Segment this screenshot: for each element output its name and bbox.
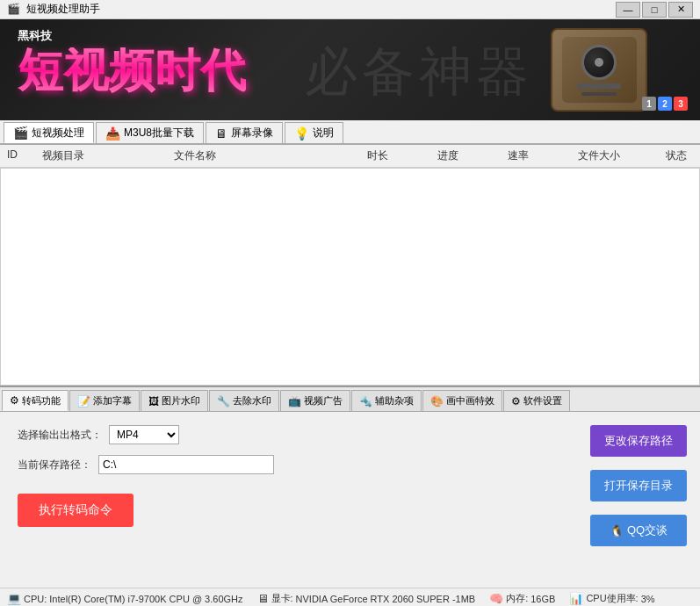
tab-settings-label: 软件设置 — [523, 394, 562, 408]
col-speed: 速率 — [508, 148, 578, 163]
banner-subtitle: 黑科技 — [18, 28, 246, 44]
close-button[interactable]: ✕ — [668, 2, 693, 18]
tab-video-ad[interactable]: 📺 视频广告 — [280, 390, 350, 411]
video-process-icon: 🎬 — [13, 126, 28, 140]
content-right: 更改保存路径 打开保存目录 🐧 QQ交谈 — [577, 412, 700, 588]
tab-remove-watermark[interactable]: 🔧 去除水印 — [209, 390, 279, 411]
bottom-panel: ⚙ 转码功能 📝 添加字幕 🖼 图片水印 🔧 去除水印 📺 视频广告 🔩 辅助杂… — [0, 386, 700, 588]
output-format-label: 选择输出出格式： — [18, 428, 102, 443]
minimize-button[interactable]: — — [616, 2, 640, 18]
video-ad-icon: 📺 — [288, 395, 301, 408]
settings-icon: ⚙ — [511, 395, 521, 408]
col-id: ID — [7, 148, 42, 163]
tab-image-watermark[interactable]: 🖼 图片水印 — [141, 390, 208, 411]
radio-circle-inner — [595, 58, 603, 67]
table-header: ID 视频目录 文件名称 时长 进度 速率 文件大小 状态 — [0, 145, 700, 168]
col-progress: 进度 — [437, 148, 508, 163]
title-bar-text: 短视频处理助手 — [26, 2, 616, 17]
col-video-dir: 视频目录 — [42, 148, 174, 163]
banner-radio-image — [551, 28, 647, 112]
cpu-icon: 💻 — [7, 592, 21, 605]
banner-num-1: 1 — [642, 97, 656, 111]
tab-add-subtitle-label: 添加字幕 — [93, 394, 132, 408]
maximize-button[interactable]: □ — [642, 2, 667, 18]
tab-row-2: ⚙ 转码功能 📝 添加字幕 🖼 图片水印 🔧 去除水印 📺 视频广告 🔩 辅助杂… — [0, 387, 700, 412]
app-icon: 🎬 — [7, 3, 21, 17]
tab-instructions-label: 说明 — [313, 126, 334, 141]
radio-circle — [581, 45, 617, 80]
tab-transcode[interactable]: ⚙ 转码功能 — [2, 390, 69, 411]
banner: 必备神器 黑科技 短视频时代 1 2 3 — [0, 19, 700, 120]
tab-screen-record-label: 屏幕录像 — [231, 126, 273, 141]
tab-instructions[interactable]: 💡 说明 — [285, 122, 343, 143]
cpu-usage-label: CPU使用率: — [586, 592, 638, 605]
tab-aux[interactable]: 🔩 辅助杂项 — [351, 390, 422, 411]
execute-transcode-button[interactable]: 执行转码命令 — [18, 494, 134, 527]
tab-add-subtitle[interactable]: 📝 添加字幕 — [69, 390, 140, 411]
m3u8-icon: 📥 — [105, 126, 120, 141]
tab-video-ad-label: 视频广告 — [304, 394, 343, 408]
tab-image-watermark-label: 图片水印 — [162, 394, 200, 408]
qq-icon: 🐧 — [610, 524, 624, 537]
table-area — [0, 168, 700, 386]
cpu-label: CPU: — [24, 594, 47, 604]
cpu-usage-value: 3% — [641, 594, 655, 604]
add-subtitle-icon: 📝 — [77, 395, 90, 408]
radio-inner — [562, 37, 637, 103]
tab-video-process-label: 短视频处理 — [32, 126, 84, 141]
mem-status: 🧠 内存: 16GB — [489, 592, 555, 605]
qq-chat-button[interactable]: 🐧 QQ交谈 — [590, 515, 687, 546]
instructions-icon: 💡 — [294, 126, 309, 141]
remove-watermark-icon: 🔧 — [217, 395, 230, 408]
tab-screen-record[interactable]: 🖥 屏幕录像 — [206, 122, 283, 143]
cpu-status: 💻 CPU: Intel(R) Core(TM) i7-9700K CPU @ … — [7, 592, 243, 605]
mem-icon: 🧠 — [489, 592, 503, 605]
change-save-path-button[interactable]: 更改保存路径 — [590, 425, 687, 457]
aux-icon: 🔩 — [359, 395, 372, 408]
col-duration: 时长 — [367, 148, 437, 163]
tab-pip[interactable]: 🎨 画中画特效 — [422, 390, 502, 411]
tab-aux-label: 辅助杂项 — [375, 394, 414, 408]
gpu-icon: 🖥 — [257, 592, 269, 605]
mem-value: 16GB — [530, 594, 555, 604]
col-status: 状态 — [666, 148, 693, 163]
content-area: 选择输出出格式： MP4 AVI MKV MOV FLV WMV 当前保存路径：… — [0, 412, 700, 588]
save-path-label: 当前保存路径： — [18, 458, 91, 473]
cpu-usage-status: 📊 CPU使用率: 3% — [569, 592, 654, 605]
pip-icon: 🎨 — [430, 395, 444, 408]
output-format-row: 选择输出出格式： MP4 AVI MKV MOV FLV WMV — [18, 425, 559, 444]
gpu-value: NVIDIA GeForce RTX 2060 SUPER -1MB — [296, 594, 476, 604]
tab-m3u8-batch[interactable]: 📥 M3U8批量下载 — [96, 122, 204, 143]
qq-chat-label: QQ交谈 — [627, 523, 668, 538]
gpu-label: 显卡: — [271, 592, 293, 605]
banner-numbers: 1 2 3 — [642, 97, 688, 111]
tab-pip-label: 画中画特效 — [446, 394, 494, 408]
gpu-status: 🖥 显卡: NVIDIA GeForce RTX 2060 SUPER -1MB — [257, 592, 476, 605]
open-save-dir-button[interactable]: 打开保存目录 — [590, 470, 687, 501]
tab-m3u8-label: M3U8批量下载 — [124, 126, 194, 141]
content-left: 选择输出出格式： MP4 AVI MKV MOV FLV WMV 当前保存路径：… — [0, 412, 577, 588]
tab-video-process[interactable]: 🎬 短视频处理 — [4, 122, 94, 143]
window-controls: — □ ✕ — [616, 2, 693, 18]
status-bar: 💻 CPU: Intel(R) Core(TM) i7-9700K CPU @ … — [0, 588, 700, 606]
banner-num-2: 2 — [658, 97, 672, 111]
banner-num-3: 3 — [674, 97, 688, 111]
title-bar: 🎬 短视频处理助手 — □ ✕ — [0, 0, 700, 19]
tab-row-1: 🎬 短视频处理 📥 M3U8批量下载 🖥 屏幕录像 💡 说明 — [0, 120, 700, 145]
save-path-input[interactable] — [98, 455, 274, 474]
banner-main-title: 短视频时代 — [18, 47, 246, 93]
tab-settings[interactable]: ⚙ 软件设置 — [503, 390, 570, 411]
save-path-row: 当前保存路径： — [18, 455, 559, 474]
tab-transcode-label: 转码功能 — [22, 394, 61, 408]
banner-watermark: 必备神器 — [305, 37, 533, 108]
col-filename: 文件名称 — [174, 148, 367, 163]
tab-remove-watermark-label: 去除水印 — [233, 394, 271, 408]
cpu-value: Intel(R) Core(TM) i7-9700K CPU @ 3.60GHz — [49, 594, 242, 604]
screen-record-icon: 🖥 — [215, 126, 227, 141]
transcode-icon: ⚙ — [10, 394, 19, 407]
banner-title-container: 黑科技 短视频时代 — [18, 28, 246, 93]
cpu-usage-icon: 📊 — [569, 592, 583, 605]
mem-label: 内存: — [506, 592, 528, 605]
output-format-select[interactable]: MP4 AVI MKV MOV FLV WMV — [109, 425, 179, 444]
image-watermark-icon: 🖼 — [148, 395, 159, 408]
